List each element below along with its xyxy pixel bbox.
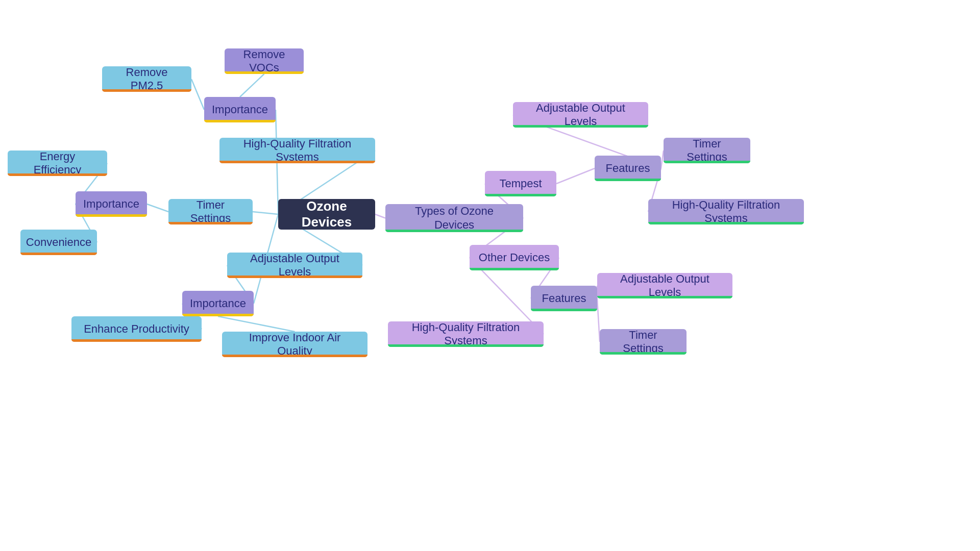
remove-vocs-node: Remove VOCs (225, 48, 304, 74)
timer-top-node: Timer Settings (664, 138, 750, 163)
svg-line-4 (191, 79, 204, 110)
timer-bot-node: Timer Settings (600, 329, 687, 355)
features-top-node: Features (595, 156, 661, 181)
svg-line-10 (218, 316, 295, 332)
svg-line-13 (375, 214, 385, 218)
adj-output-top-node: Adjustable Output Levels (513, 102, 648, 128)
svg-line-16 (556, 168, 595, 184)
types-ozone-node: Types of Ozone Devices (385, 204, 523, 232)
importance-top-node: Importance (204, 97, 276, 122)
hq-filter-top-node: High-Quality Filtration Systems (648, 199, 804, 224)
adj-output-bot-node: Adjustable Output Levels (597, 273, 732, 298)
center-node: Ozone Devices (278, 199, 375, 230)
svg-line-0 (253, 212, 278, 214)
convenience-node: Convenience (20, 230, 97, 255)
hq-filter-bot-node: High-Quality Filtration Systems (388, 321, 544, 347)
tempest-node: Tempest (485, 171, 556, 196)
timer-settings-left-node: Timer Settings (168, 199, 253, 224)
improve-air-node: Improve Indoor Air Quality (222, 332, 368, 357)
enhance-prod-node: Enhance Productivity (71, 316, 202, 342)
remove-pm-node: Remove PM2.5 (102, 66, 191, 92)
other-devices-node: Other Devices (470, 245, 559, 270)
svg-line-5 (240, 74, 264, 97)
svg-line-6 (147, 204, 168, 212)
energy-efficiency-node: Energy Efficiency (8, 151, 107, 176)
importance-bot-node: Importance (182, 291, 254, 316)
importance-mid-node: Importance (76, 191, 147, 217)
high-quality-top-node: High-Quality Filtration Systems (219, 138, 375, 163)
adjustable-output-node: Adjustable Output Levels (227, 253, 362, 278)
features-bot-node: Features (531, 286, 597, 311)
